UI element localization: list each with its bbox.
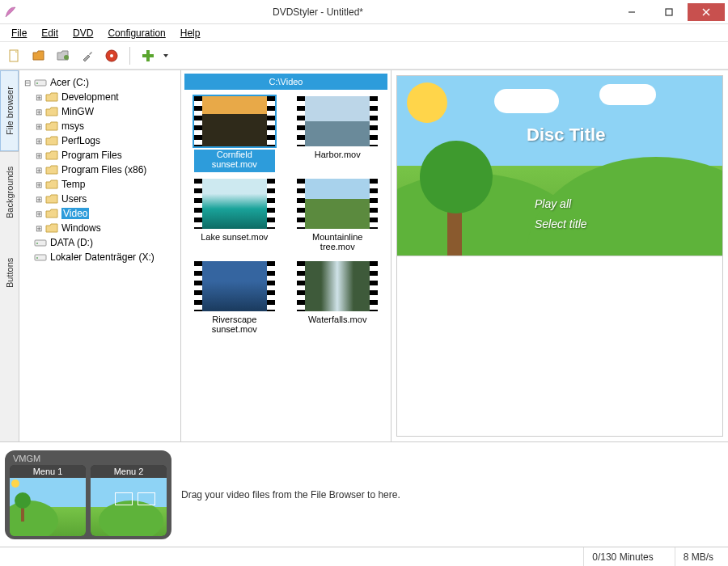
film-sprocket [370, 96, 378, 146]
film-sprocket [194, 179, 202, 229]
menu-configuration[interactable]: Configuration [101, 26, 171, 40]
expand-icon[interactable]: ⊞ [34, 92, 44, 102]
folder-icon [45, 106, 58, 117]
dvd-menu-preview[interactable]: Disc Title Play all Select title [396, 75, 723, 256]
minimize-button[interactable] [613, 3, 650, 21]
thumbnail-label: Waterfalls.mov [308, 315, 366, 337]
tree-folder[interactable]: ⊞Video [23, 206, 177, 221]
status-duration: 0/130 Minutes [583, 547, 661, 566]
video-thumbnail[interactable]: Lake sunset.mov [184, 179, 285, 255]
expand-icon[interactable]: ⊞ [34, 194, 44, 204]
cloud-graphic [494, 89, 559, 113]
titlebar: DVDStyler - Untitled* [0, 0, 728, 24]
film-sprocket [370, 179, 378, 229]
folder-icon [45, 150, 58, 161]
add-button[interactable] [138, 46, 158, 65]
tree-folder[interactable]: ⊞msys [23, 119, 177, 133]
folder-icon [45, 193, 58, 205]
left-tab-strip: File browser Backgrounds Buttons [0, 70, 19, 441]
thumb-panel-path: C:\Video [184, 74, 387, 90]
folder-icon [45, 222, 58, 234]
video-thumbnail[interactable]: Mountainline tree.mov [288, 179, 388, 255]
tree-drive-d[interactable]: DATA (D:) [23, 235, 177, 250]
svg-rect-14 [35, 255, 46, 260]
tree-folder[interactable]: ⊞Temp [23, 177, 177, 192]
menu-1-thumb[interactable]: Menu 1 [10, 465, 86, 536]
tab-backgrounds[interactable]: Backgrounds [0, 151, 19, 232]
app-icon [3, 5, 18, 19]
add-dropdown-arrow[interactable] [163, 46, 169, 65]
open-project-button[interactable] [29, 46, 49, 65]
menu-thumb-label: Menu 2 [91, 465, 167, 478]
preview-blank-area [396, 256, 723, 437]
menu-help[interactable]: Help [174, 26, 207, 40]
menu-dvd[interactable]: DVD [66, 26, 99, 40]
tab-buttons[interactable]: Buttons [0, 232, 19, 313]
expand-placeholder [23, 238, 32, 247]
disc-title-text[interactable]: Disc Title [527, 125, 605, 146]
thumbnail-grid[interactable]: Cornfield sunset.movHarbor.movLake sunse… [181, 93, 391, 441]
tree-label: PerfLogs [61, 135, 100, 146]
menu-file[interactable]: File [5, 26, 33, 40]
expand-icon[interactable]: ⊞ [34, 136, 44, 146]
menu-thumb-label: Menu 1 [10, 465, 86, 478]
new-project-button[interactable] [5, 46, 24, 65]
menu-edit[interactable]: Edit [35, 26, 65, 40]
maximize-button[interactable] [650, 3, 688, 21]
tree-label: Program Files [61, 150, 122, 161]
tree-drive-c[interactable]: ⊟ Acer (C:) [23, 75, 177, 90]
tree-label: Program Files (x86) [61, 164, 146, 175]
thumbnail-label: Mountainline tree.mov [297, 232, 378, 255]
video-thumbnail[interactable]: Waterfalls.mov [288, 261, 388, 337]
svg-point-7 [110, 54, 113, 57]
burn-dvd-button[interactable] [102, 46, 121, 65]
tree-folder[interactable]: ⊞MinGW [23, 104, 177, 119]
thumbnail-frame [194, 179, 275, 229]
folder-tree[interactable]: ⊟ Acer (C:) ⊞Development⊞MinGW⊞msys⊞Perf… [19, 70, 181, 441]
tree-folder[interactable]: ⊞Program Files [23, 148, 177, 163]
film-sprocket [370, 261, 378, 311]
drive-icon [34, 77, 47, 88]
thumbnail-frame [297, 261, 378, 311]
toolbar [0, 42, 728, 70]
tree-folder[interactable]: ⊞Development [23, 90, 177, 104]
film-sprocket [267, 96, 275, 146]
cloud-graphic [599, 84, 656, 105]
window-controls [613, 3, 725, 21]
tree-drive-x[interactable]: Lokaler Datenträger (X:) [23, 250, 177, 264]
tree-folder[interactable]: ⊞Users [23, 192, 177, 206]
collapse-icon[interactable]: ⊟ [23, 78, 32, 87]
settings-button[interactable] [78, 46, 97, 65]
tab-file-browser[interactable]: File browser [0, 70, 19, 151]
folder-icon [45, 135, 58, 146]
expand-placeholder [23, 252, 32, 262]
video-thumbnail[interactable]: Riverscape sunset.mov [184, 261, 285, 337]
folder-icon [45, 164, 58, 175]
vmgm-container[interactable]: VMGM Menu 1 Menu 2 [5, 450, 171, 539]
expand-icon[interactable]: ⊞ [34, 209, 44, 218]
save-project-button[interactable] [53, 46, 73, 65]
film-sprocket [267, 261, 275, 311]
menu-thumb-preview [91, 478, 167, 536]
tree-label: Lokaler Datenträger (X:) [50, 251, 154, 263]
film-sprocket [267, 179, 275, 229]
expand-icon[interactable]: ⊞ [34, 180, 44, 189]
tree-folder[interactable]: ⊞Program Files (x86) [23, 163, 177, 177]
close-button[interactable] [688, 3, 725, 21]
menu-background: Disc Title Play all Select title [397, 76, 722, 256]
menu-button-select-title[interactable]: Select title [535, 218, 587, 230]
menu-button-play-all[interactable]: Play all [535, 197, 571, 210]
expand-icon[interactable]: ⊞ [34, 223, 44, 233]
menu-2-thumb[interactable]: Menu 2 [91, 465, 167, 536]
expand-icon[interactable]: ⊞ [34, 107, 44, 116]
preview-panel: Disc Title Play all Select title [392, 70, 728, 441]
video-thumbnail[interactable]: Harbor.mov [288, 96, 388, 172]
tree-folder[interactable]: ⊞Windows [23, 221, 177, 235]
tree-folder[interactable]: ⊞PerfLogs [23, 133, 177, 148]
thumbnail-image [305, 96, 370, 146]
video-thumbnail[interactable]: Cornfield sunset.mov [184, 96, 285, 172]
expand-icon[interactable]: ⊞ [34, 165, 44, 175]
svg-point-11 [36, 82, 38, 84]
expand-icon[interactable]: ⊞ [34, 150, 44, 160]
expand-icon[interactable]: ⊞ [34, 121, 44, 131]
